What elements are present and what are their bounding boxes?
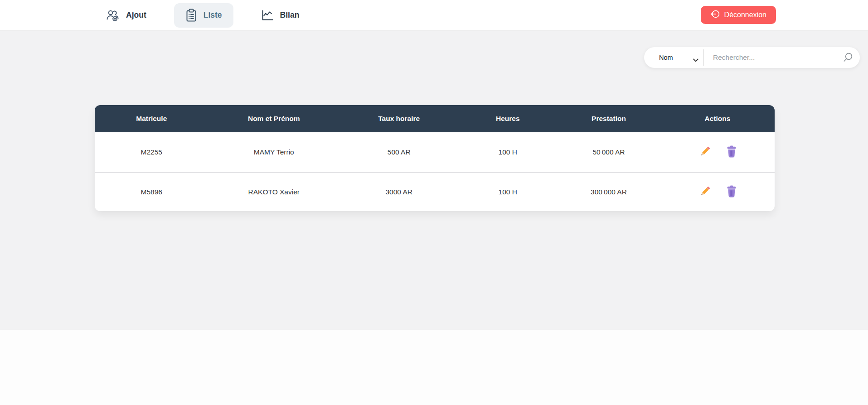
delete-trash-icon (726, 145, 737, 160)
nav-tab-label: Bilan (280, 10, 300, 20)
logout-button[interactable]: Déconnexion (701, 6, 776, 24)
table-header-row: Matricule Nom et Prénom Taux horaire Heu… (95, 105, 775, 132)
cell-taux: 3000 AR (339, 173, 459, 211)
nav-tab-label: Liste (204, 10, 222, 20)
cell-prestation: 300 000 AR (557, 173, 660, 211)
search-field-select[interactable]: Nom (644, 47, 703, 68)
delete-trash-icon (726, 185, 737, 200)
cell-actions (660, 132, 775, 173)
nav-tab-label: Ajout (126, 10, 146, 20)
column-header-prestation: Prestation (557, 105, 660, 132)
delete-button[interactable] (726, 185, 737, 200)
cell-heures: 100 H (458, 132, 557, 173)
cell-heures: 100 H (458, 173, 557, 211)
main-content: Nom Matricule (0, 31, 868, 330)
nav-tab-liste[interactable]: Liste (174, 3, 233, 28)
cell-taux: 500 AR (339, 132, 459, 173)
employees-table: Matricule Nom et Prénom Taux horaire Heu… (95, 105, 775, 211)
search-input[interactable] (704, 47, 842, 68)
magnifier-icon[interactable] (842, 52, 853, 63)
column-header-nom: Nom et Prénom (209, 105, 339, 132)
edit-button[interactable] (698, 184, 712, 200)
logout-label: Déconnexion (724, 11, 766, 19)
table-row: M5896 RAKOTO Xavier 3000 AR 100 H 300 00… (95, 173, 775, 211)
column-header-heures: Heures (458, 105, 557, 132)
clipboard-list-icon (185, 9, 197, 22)
nav-tabs: Ajout Liste Bilan (95, 0, 310, 30)
logout-icon (710, 10, 720, 20)
table-row: M2255 MAMY Terrio 500 AR 100 H 50 000 AR (95, 132, 775, 173)
employees-table-card: Matricule Nom et Prénom Taux horaire Heu… (95, 105, 775, 211)
chart-line-icon (261, 10, 274, 21)
nav-tab-bilan[interactable]: Bilan (250, 4, 311, 27)
cell-actions (660, 173, 775, 211)
cell-prestation: 50 000 AR (557, 132, 660, 173)
top-nav: Ajout Liste Bilan (0, 0, 868, 31)
cell-matricule: M2255 (95, 132, 209, 173)
search-field-select-wrap: Nom (644, 47, 703, 68)
nav-tab-ajout[interactable]: Ajout (95, 4, 158, 27)
edit-pencil-icon (698, 184, 712, 200)
cell-nom: MAMY Terrio (209, 132, 339, 173)
delete-button[interactable] (726, 145, 737, 160)
column-header-matricule: Matricule (95, 105, 209, 132)
column-header-actions: Actions (660, 105, 775, 132)
user-add-icon (106, 9, 120, 22)
column-header-taux: Taux horaire (339, 105, 459, 132)
cell-nom: RAKOTO Xavier (209, 173, 339, 211)
search-bar: Nom (644, 47, 860, 68)
edit-button[interactable] (698, 145, 712, 160)
edit-pencil-icon (698, 145, 712, 160)
cell-matricule: M5896 (95, 173, 209, 211)
